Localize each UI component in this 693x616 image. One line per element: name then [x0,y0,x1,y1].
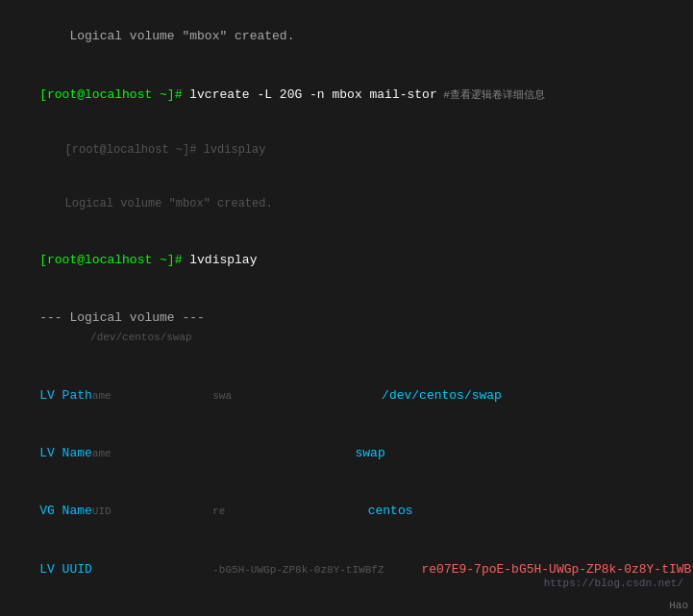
ghost-text-4: Logical volume "mbox" created. [37,197,273,210]
label-lv-path-1: LV Path [39,388,92,403]
ghost-dev-swap: /dev/centos/swap [39,332,191,343]
ghost-name: ame [92,448,212,459]
line-lv-path-1: LV Pathame swa /dev/centos/swap [10,366,683,424]
line-lv-name-1: LV Nameame swap [10,425,683,482]
line-2: [root@localhost ~]# lvcreate -L 20G -n m… [10,65,683,123]
note-right: #查看逻辑卷详细信息 [437,89,545,101]
line-lv-uuid-1: LV UUID -bG5H-UWGp-ZP8k-0z8Y-tIWBfZ re07… [10,541,683,599]
label-lv-uuid-1: LV UUID [39,562,92,577]
prompt-5: [root@localhost ~]# [39,253,189,267]
line-vg-name-1: VG NameUID re centos [10,482,683,540]
cmd-lvcreate: lvcreate -L 20G -n mbox mail-stor [189,87,436,102]
text-lv-created-1: Logical volume "mbox" created. [39,29,294,43]
val-lv-uuid-1: re07E9-7poE-bG5H-UWGp-ZP8k-0z8Y-tIWBfZ [384,562,693,577]
line-1: Logical volume "mbox" created. [10,8,683,65]
val-lv-path-1: /dev/centos/swap [232,388,502,403]
val-lv-name-1: swap [212,446,384,460]
bottom-url: https://blog.csdn.net/ [544,578,683,589]
ghost-swa: ame swa [92,390,232,402]
cmd-lvdisplay: lvdisplay [189,253,257,267]
line-3: [root@localhost ~]# lvdisplay [10,124,683,178]
label-vg-name-1: VG Name [39,504,92,518]
watermark: Hao [669,600,688,611]
label-lv-name-1: LV Name [39,446,92,460]
terminal-window: Logical volume "mbox" created. [root@loc… [0,0,693,616]
ghost-uuid-bg: -bG5H-UWGp-ZP8k-0z8Y-tIWBfZ [92,564,384,576]
ghost-vg: UID re [92,505,226,517]
val-vg-name-1: centos [225,504,412,518]
ghost-text-3: [root@localhost ~]# lvdisplay [37,143,266,157]
separator-1: --- Logical volume --- [39,310,205,325]
line-4: Logical volume "mbox" created. [10,178,683,232]
line-sep1: --- Logical volume --- /dev/centos/swap [10,289,683,367]
prompt-2: [root@localhost ~]# [39,87,189,102]
line-5: [root@localhost ~]# lvdisplay [10,231,683,288]
line-lv-write-1: LV Write Access read read/write [10,599,683,616]
